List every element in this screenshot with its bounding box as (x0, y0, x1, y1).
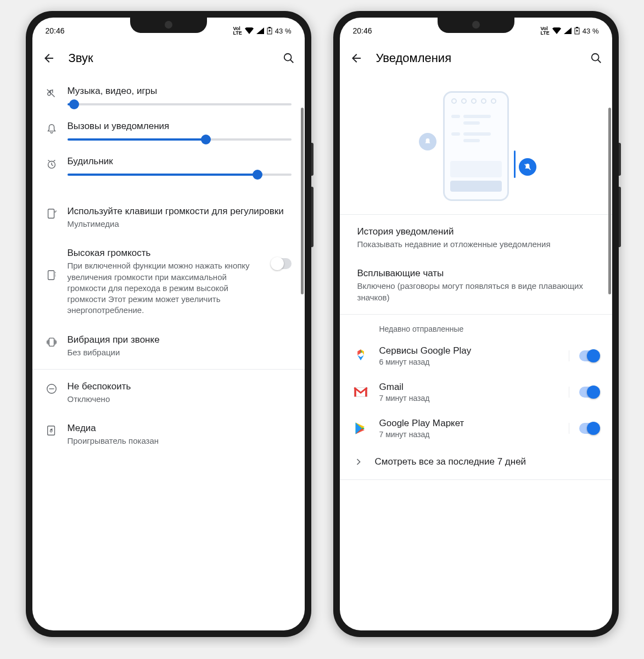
signal-icon (256, 27, 264, 34)
bubbles-setting[interactable]: Всплывающие чаты Включено (разговоры мог… (340, 259, 612, 312)
high-volume-setting[interactable]: Высокая громкость При включенной функции… (32, 238, 305, 325)
history-sub: Показывать недавние и отложенные уведомл… (357, 239, 599, 250)
media-volume-label: Музыка, видео, игры (68, 86, 292, 97)
app-toggle[interactable] (579, 387, 599, 398)
history-setting[interactable]: История уведомлений Показывать недавние … (340, 217, 612, 259)
app-time: 6 минут назад (379, 358, 558, 366)
svg-rect-13 (49, 338, 54, 346)
high-volume-title: Высокая громкость (68, 247, 263, 259)
svg-rect-1 (268, 27, 271, 28)
app-row-play-market[interactable]: Google Play Маркет 7 минут назад (340, 410, 612, 446)
app-row-gplay-services[interactable]: Сервисы Google Play 6 минут назад (340, 338, 612, 374)
volume-button (311, 143, 313, 176)
notification-illustration (340, 75, 612, 212)
chevron-right-icon (353, 456, 364, 467)
app-toggle[interactable] (579, 350, 599, 361)
media-volume-slider[interactable] (68, 103, 292, 105)
ring-volume-label: Вызовы и уведомления (68, 121, 292, 132)
back-button[interactable] (42, 52, 55, 65)
svg-line-10 (55, 272, 55, 273)
search-button[interactable] (283, 52, 295, 64)
recent-apps-header: Недавно отправленные (340, 317, 612, 338)
bell-badge-icon (419, 133, 436, 150)
media-player-title: Медиа (68, 422, 292, 434)
svg-line-24 (597, 60, 601, 63)
dnd-icon (46, 381, 59, 395)
page-title: Уведомления (376, 51, 577, 65)
dnd-sub: Отключено (68, 394, 292, 405)
divider (32, 369, 305, 370)
scrollbar[interactable] (608, 108, 611, 294)
bell-off-badge-icon (519, 158, 536, 176)
app-name: Gmail (379, 382, 558, 393)
high-volume-sub: При включенной функции можно нажать кноп… (68, 260, 263, 316)
history-title: История уведомлений (357, 226, 599, 238)
app-time: 7 минут назад (379, 394, 558, 403)
vibration-sub: Без вибрации (68, 347, 292, 358)
volte-icon: VolLTE (233, 26, 242, 35)
arrow-left-icon (42, 52, 55, 65)
divider (340, 479, 612, 480)
wifi-icon (552, 27, 561, 34)
high-volume-toggle[interactable] (272, 258, 292, 269)
bubbles-title: Всплывающие чаты (357, 267, 599, 280)
volume-button (619, 143, 621, 176)
scrollbar[interactable] (301, 108, 304, 294)
play-market-icon (353, 421, 368, 436)
app-name: Google Play Маркет (379, 418, 558, 429)
media-mute-icon (46, 86, 59, 100)
search-icon (590, 52, 602, 64)
search-icon (283, 52, 295, 64)
dnd-setting[interactable]: Не беспокоить Отключено (32, 372, 305, 414)
status-time: 20:46 (353, 26, 372, 35)
app-bar: Звук (32, 42, 305, 75)
alarm-volume-slider[interactable] (68, 174, 292, 176)
svg-line-12 (55, 276, 55, 276)
svg-point-2 (284, 54, 291, 61)
power-button (619, 187, 621, 247)
phone-loud-icon (46, 247, 59, 281)
alarm-icon (46, 156, 59, 170)
see-all-label: Смотреть все за последние 7 дней (375, 456, 527, 467)
bubbles-sub: Включено (разговоры могут появляться в в… (357, 281, 599, 303)
vibration-setting[interactable]: Вибрация при звонке Без вибрации (32, 325, 305, 367)
app-row-gmail[interactable]: Gmail 7 минут назад (340, 374, 612, 410)
volte-icon: VolLTE (541, 26, 550, 35)
arrow-left-icon (350, 52, 363, 65)
svg-rect-6 (48, 209, 54, 219)
dnd-title: Не беспокоить (68, 381, 292, 393)
alarm-volume-label: Будильник (68, 156, 292, 167)
battery-percent: 43 % (583, 27, 599, 35)
alarm-volume-row: Будильник (46, 156, 292, 176)
ring-volume-slider[interactable] (68, 138, 292, 141)
media-player-setting[interactable]: Медиа Проигрыватель показан (32, 414, 305, 455)
ring-volume-row: Вызовы и уведомления (46, 121, 292, 141)
notch (438, 18, 514, 33)
power-button (311, 187, 313, 247)
vibration-icon (46, 334, 59, 348)
svg-rect-9 (48, 271, 54, 280)
svg-point-23 (591, 54, 598, 61)
volume-keys-setting[interactable]: Используйте клавиши громкости для регули… (32, 197, 305, 238)
svg-line-3 (290, 60, 293, 63)
media-volume-row: Музыка, видео, игры (46, 86, 292, 105)
divider (340, 314, 612, 315)
svg-rect-22 (576, 27, 578, 28)
bell-icon (46, 121, 59, 135)
app-bar: Уведомления (340, 42, 612, 75)
see-all-row[interactable]: Смотреть все за последние 7 дней (340, 446, 612, 477)
music-file-icon (46, 422, 59, 437)
app-toggle[interactable] (579, 423, 599, 434)
phone-volume-icon (46, 205, 59, 220)
back-button[interactable] (350, 52, 363, 65)
page-title: Звук (69, 51, 270, 65)
battery-icon (267, 27, 272, 35)
signal-icon (564, 27, 572, 34)
app-name: Сервисы Google Play (379, 345, 558, 356)
battery-icon (574, 27, 580, 35)
wifi-icon (245, 27, 254, 34)
battery-percent: 43 % (275, 27, 292, 35)
volume-keys-sub: Мультимедиа (68, 219, 292, 230)
volume-keys-title: Используйте клавиши громкости для регули… (68, 205, 292, 217)
search-button[interactable] (590, 52, 602, 64)
